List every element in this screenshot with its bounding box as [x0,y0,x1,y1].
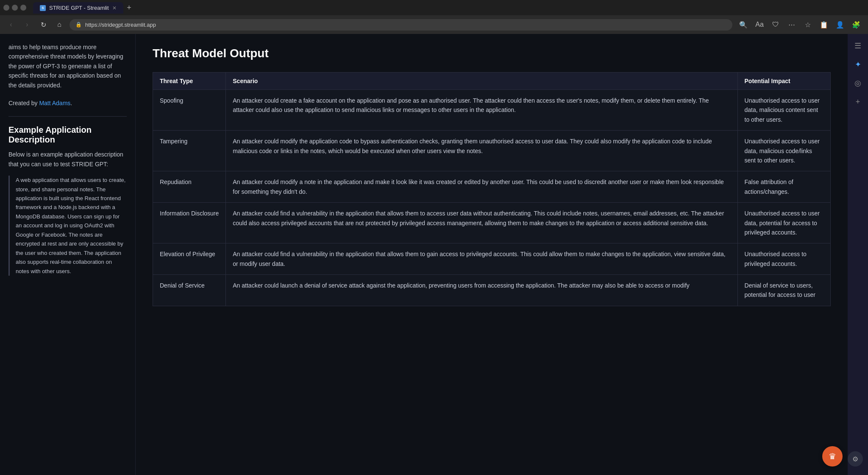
sidebar-created-by: Created by Matt Adams. [8,98,127,108]
page-title: Threat Model Output [153,47,831,60]
impact-cell: Denial of service to users, potential fo… [737,275,830,306]
table-header-row: Threat Type Scenario Potential Impact [153,73,831,90]
reload-button[interactable]: ↻ [37,19,49,31]
title-bar: − □ ✕ S STRIDE GPT - Streamlit ✕ + [0,0,868,15]
table-row: RepudiationAn attacker could modify a no… [153,171,831,203]
app-layout: aims to help teams produce more comprehe… [0,34,868,475]
tab-favicon: S [40,5,46,11]
active-tab[interactable]: S STRIDE GPT - Streamlit ✕ [33,2,123,14]
search-button[interactable]: 🔍 [737,18,750,31]
created-by-prefix: Created by [8,100,39,106]
tab-bar: S STRIDE GPT - Streamlit ✕ + [33,2,865,14]
reader-mode-button[interactable]: Aa [753,18,766,31]
sidebar-blockquote: A web application that allows users to c… [8,176,127,276]
scenario-cell: An attacker could modify the application… [226,131,737,171]
table-row: Elevation of PrivilegeAn attacker could … [153,243,831,275]
url-bar[interactable]: 🔒 https://stridegpt.streamlit.app [70,19,732,31]
toolbar-actions: 🔍 Aa 🛡 ⋯ ☆ 📋 👤 🧩 [737,18,863,31]
threat-type-cell: Elevation of Privilege [153,243,226,275]
main-content: Threat Model Output Threat Type Scenario… [136,34,848,475]
hamburger-icon[interactable]: ☰ [851,39,865,53]
streaming-button[interactable]: ♛ [822,446,843,467]
browser-chrome: − □ ✕ S STRIDE GPT - Streamlit ✕ + ‹ › ↻… [0,0,868,34]
back-button[interactable]: ‹ [5,19,17,31]
threat-type-cell: Information Disclosure [153,203,226,243]
sidebar-section-title: Example Application Description [8,125,127,145]
minimize-button[interactable]: − [3,5,9,11]
add-icon[interactable]: + [851,95,865,109]
table-row: Information DisclosureAn attacker could … [153,203,831,243]
table-row: SpoofingAn attacker could create a fake … [153,90,831,131]
extension-button[interactable]: 🧩 [849,18,863,31]
table-body: SpoofingAn attacker could create a fake … [153,90,831,306]
impact-cell: Unauthorised access to privileged accoun… [737,243,830,275]
home-button[interactable]: ⌂ [53,19,65,31]
impact-cell: Unauthorised access to user data, potent… [737,203,830,243]
threat-type-cell: Repudiation [153,171,226,203]
col-impact: Potential Impact [737,73,830,90]
threat-type-cell: Denial of Service [153,275,226,306]
address-bar: ‹ › ↻ ⌂ 🔒 https://stridegpt.streamlit.ap… [0,15,868,34]
copilot-icon[interactable]: ✦ [851,58,865,71]
table-row: Denial of ServiceAn attacker could launc… [153,275,831,306]
impact-cell: Unauthorised access to user data, malici… [737,131,830,171]
tab-title: STRIDE GPT - Streamlit [49,5,109,11]
window-controls: − □ ✕ [3,5,26,11]
close-button[interactable]: ✕ [20,5,26,11]
sidebar: aims to help teams produce more comprehe… [0,34,136,475]
security-button[interactable]: 🛡 [769,18,782,31]
impact-cell: Unauthorised access to user data, malici… [737,90,830,131]
crown-icon: ♛ [829,451,836,461]
lock-icon: 🔒 [75,22,82,28]
forward-button[interactable]: › [21,19,33,31]
impact-cell: False attribution of actions/changes. [737,171,830,203]
scenario-cell: An attacker could create a fake account … [226,90,737,131]
settings-button[interactable]: ⚙ [848,451,863,467]
outlook-icon[interactable]: ◎ [851,76,865,90]
right-panel: ☰ ✦ ◎ + [848,34,868,475]
author-link[interactable]: Matt Adams [39,100,70,106]
table-header: Threat Type Scenario Potential Impact [153,73,831,90]
settings-icon: ⚙ [852,455,858,463]
threat-model-table: Threat Type Scenario Potential Impact Sp… [153,72,831,306]
scenario-cell: An attacker could launch a denial of ser… [226,275,737,306]
col-threat-type: Threat Type [153,73,226,90]
favorites-button[interactable]: ☆ [801,18,815,31]
threat-type-cell: Spoofing [153,90,226,131]
more-tools-button[interactable]: ⋯ [785,18,798,31]
url-text: https://stridegpt.streamlit.app [85,22,156,28]
sidebar-intro-text: aims to help teams produce more comprehe… [8,42,127,90]
sidebar-section-desc: Below is an example application descript… [8,150,127,169]
profile-button[interactable]: 👤 [833,18,847,31]
scenario-cell: An attacker could find a vulnerability i… [226,243,737,275]
sidebar-divider [8,116,127,117]
new-tab-button[interactable]: + [123,2,135,14]
table-row: TamperingAn attacker could modify the ap… [153,131,831,171]
collections-button[interactable]: 📋 [817,18,831,31]
col-scenario: Scenario [226,73,737,90]
scenario-cell: An attacker could modify a note in the a… [226,171,737,203]
maximize-button[interactable]: □ [12,5,18,11]
tab-close-button[interactable]: ✕ [112,5,117,11]
scenario-cell: An attacker could find a vulnerability i… [226,203,737,243]
threat-type-cell: Tampering [153,131,226,171]
